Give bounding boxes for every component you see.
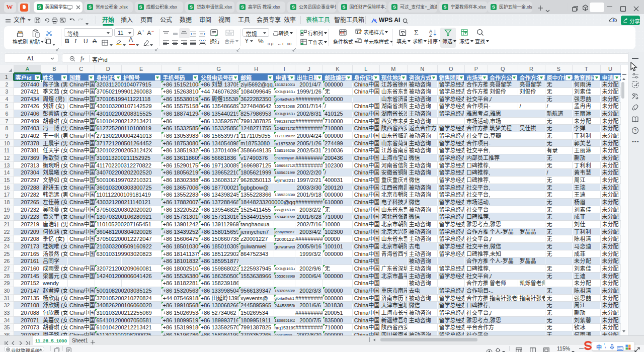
svg-text:.00: .00	[286, 42, 292, 46]
svg-text:Z: Z	[429, 33, 432, 37]
svg-text:?: ?	[634, 128, 636, 133]
svg-text:0 0: 0 0	[268, 42, 274, 46]
svg-text:←.0: ←.0	[277, 42, 284, 46]
